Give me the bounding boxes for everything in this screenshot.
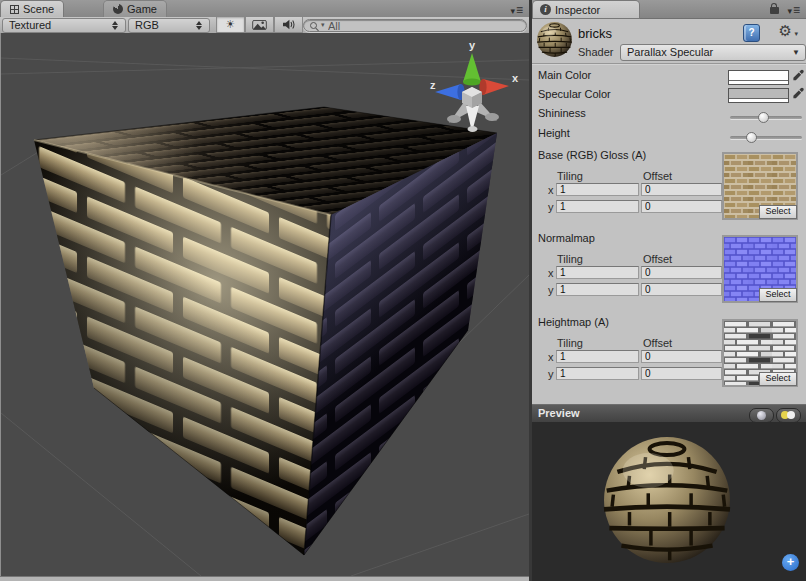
- lighting-dot2-icon: [787, 411, 795, 419]
- gear-caret-icon: [794, 30, 798, 38]
- preview-add-button[interactable]: [782, 554, 799, 571]
- scene-tabbar: Scene Game ▾≡: [0, 0, 529, 18]
- base-offset-x-input[interactable]: [641, 183, 722, 196]
- tab-scene-label: Scene: [23, 3, 54, 15]
- help-icon[interactable]: [743, 24, 760, 42]
- gear-icon[interactable]: [779, 23, 792, 39]
- search-field[interactable]: ▾: [303, 19, 527, 32]
- map-section-base: Base (RGB) Gloss (A) Select Tiling Offse…: [532, 149, 806, 224]
- search-filter-caret-icon: ▾: [321, 21, 325, 29]
- speaker-icon: [282, 19, 295, 30]
- base-tiling-x-input[interactable]: [556, 183, 639, 196]
- offset-header: Offset: [643, 253, 672, 265]
- specular-color-swatch[interactable]: [728, 88, 789, 103]
- scene-pane-menu-icon[interactable]: ▾≡: [510, 3, 524, 17]
- shininess-slider-thumb[interactable]: [758, 112, 769, 123]
- base-texture-thumbnail[interactable]: Select: [722, 152, 798, 220]
- heightmap-thumbnail[interactable]: Select: [722, 319, 798, 387]
- normalmap-offset-y-input[interactable]: [641, 283, 722, 296]
- tiling-header: Tiling: [557, 253, 583, 265]
- base-select-button[interactable]: Select: [759, 205, 797, 219]
- gizmo-label-x: x: [512, 72, 519, 84]
- search-icon: [310, 22, 317, 29]
- scene-viewport[interactable]: y z x: [0, 33, 529, 576]
- lock-icon[interactable]: [770, 7, 779, 14]
- y-axis-label: y: [548, 368, 554, 380]
- search-input[interactable]: [328, 20, 518, 31]
- gizmo-label-z: z: [430, 79, 436, 91]
- heightmap-tiling-x-input[interactable]: [556, 350, 639, 363]
- heightmap-offset-x-input[interactable]: [641, 350, 722, 363]
- base-offset-y-input[interactable]: [641, 200, 722, 213]
- preview-material-sphere[interactable]: [600, 433, 734, 567]
- sphere-mode-icon: [757, 411, 766, 420]
- dropdown-spinner-icon: [196, 21, 204, 30]
- map-label: Heightmap (A): [538, 316, 609, 328]
- preview-lighting-button[interactable]: [776, 408, 801, 423]
- inspector-tabbar: Inspector ▾≡: [532, 0, 806, 19]
- base-tiling-y-input[interactable]: [556, 200, 639, 213]
- normalmap-tiling-y-input[interactable]: [556, 283, 639, 296]
- shader-value: Parallax Specular: [627, 46, 713, 58]
- scene-grid-icon: [10, 5, 19, 14]
- tab-game-label: Game: [127, 3, 157, 15]
- map-section-normalmap: Normalmap Select Tiling Offset x y: [532, 232, 806, 307]
- preview-area[interactable]: [532, 422, 806, 581]
- main-color-swatch[interactable]: [728, 70, 789, 85]
- material-header: bricks Shader Parallax Specular ▼: [532, 18, 806, 64]
- unity-editor-window: Scene Game ▾≡ Textured RGB: [0, 0, 806, 581]
- chevron-down-icon: ▼: [792, 45, 800, 60]
- gizmo-axis-x[interactable]: [479, 79, 509, 95]
- x-axis-label: x: [548, 184, 554, 196]
- inspector-pane-menu-icon[interactable]: ▾≡: [787, 3, 801, 17]
- shininess-slider[interactable]: [730, 116, 802, 119]
- material-preview-thumb: [536, 21, 573, 58]
- offset-header: Offset: [643, 170, 672, 182]
- heightmap-tiling-y-input[interactable]: [556, 367, 639, 380]
- normalmap-tiling-x-input[interactable]: [556, 266, 639, 279]
- scene-orientation-gizmo[interactable]: y z x: [421, 39, 525, 135]
- brick-cube-object[interactable]: [34, 107, 497, 555]
- main-color-eyedropper-icon[interactable]: [792, 69, 805, 82]
- map-label: Base (RGB) Gloss (A): [538, 149, 646, 161]
- height-slider[interactable]: [730, 136, 802, 139]
- preview-sphere-mode-button[interactable]: [749, 408, 774, 423]
- gizmo-axis-down[interactable]: [466, 106, 479, 132]
- tab-inspector[interactable]: Inspector: [533, 1, 639, 18]
- specular-color-label: Specular Color: [538, 88, 611, 100]
- normalmap-select-button[interactable]: Select: [759, 288, 797, 302]
- tiling-header: Tiling: [557, 337, 583, 349]
- color-mode-dropdown[interactable]: RGB: [128, 18, 210, 33]
- tab-game[interactable]: Game: [104, 1, 166, 17]
- heightmap-select-button[interactable]: Select: [759, 372, 797, 386]
- shader-label: Shader: [578, 46, 613, 58]
- shininess-label: Shininess: [538, 107, 586, 119]
- lighting-toggle-button[interactable]: [216, 17, 245, 33]
- gizmo-axis-y[interactable]: [463, 53, 481, 86]
- scene-toolbar: Textured RGB: [0, 17, 529, 34]
- x-axis-label: x: [548, 351, 554, 363]
- normalmap-offset-x-input[interactable]: [641, 266, 722, 279]
- tab-scene[interactable]: Scene: [1, 1, 63, 17]
- draw-mode-dropdown[interactable]: Textured: [2, 18, 126, 33]
- info-icon: [540, 4, 551, 15]
- normalmap-thumbnail[interactable]: Select: [722, 235, 798, 303]
- render-mode-button[interactable]: [245, 17, 274, 33]
- game-icon: [113, 4, 123, 14]
- height-slider-thumb[interactable]: [746, 132, 757, 143]
- map-label: Normalmap: [538, 232, 595, 244]
- heightmap-offset-y-input[interactable]: [641, 367, 722, 380]
- material-name: bricks: [578, 26, 612, 41]
- draw-mode-value: Textured: [9, 19, 51, 31]
- gizmo-axis-z[interactable]: [435, 84, 465, 100]
- scene-pane: Scene Game ▾≡ Textured RGB: [0, 0, 529, 581]
- dropdown-spinner-icon: [112, 21, 120, 30]
- preview-header[interactable]: Preview: [532, 404, 806, 424]
- specular-color-eyedropper-icon[interactable]: [792, 87, 805, 100]
- window-bottom-edge: [0, 576, 529, 581]
- audio-toggle-button[interactable]: [274, 17, 303, 33]
- image-icon: [252, 20, 267, 30]
- inspector-pane: Inspector ▾≡ bricks Shader Parallax Spec…: [532, 0, 806, 581]
- color-mode-value: RGB: [135, 19, 159, 31]
- shader-dropdown[interactable]: Parallax Specular ▼: [620, 44, 806, 61]
